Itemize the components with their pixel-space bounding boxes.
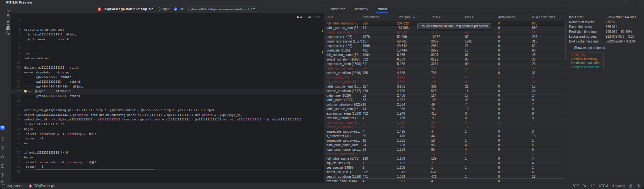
profiler-row[interactable]: set_special (1485)11.1051101: [324, 165, 566, 170]
input-radio[interactable]: [158, 7, 161, 11]
profiler-row[interactable]: full_table_name (1773)1391.179139107: [324, 156, 566, 161]
profiler-row[interactable]: func_proc_name_serv...241.28995405: [324, 147, 566, 152]
profiler-row[interactable]: as_column_alias (15...623.5531338242: [324, 80, 566, 84]
profiler-row[interactable]: expression_elem (1589)4021.948413308: [324, 111, 566, 116]
profiler-row[interactable]: func_proc_name_data...241.29895405: [324, 143, 566, 147]
error-stripe-mark[interactable]: [322, 30, 323, 32]
code-line[interactable]: 1: [11, 18, 324, 23]
profiler-row[interactable]: execute_parameter (1...41.75811403: [324, 116, 566, 120]
profiler-row[interactable]: aggregate_windowed...181.33118101: [324, 138, 566, 143]
code-line[interactable]: 4 @p_vipa1111111111111 dtint,: [11, 32, 324, 37]
profiler-row[interactable]: if_statement (31)351.476441015: [324, 134, 566, 138]
profiler-row[interactable]: table_name (1777)332.2521992109: [324, 98, 566, 102]
col-total-k[interactable]: Total k: [431, 15, 465, 19]
problems-tool-icon[interactable]: [0, 173, 5, 177]
code-line[interactable]: 30begin: [11, 155, 324, 160]
scroll-to-source-icon[interactable]: [6, 18, 10, 22]
profiler-row[interactable]: execute_body (1904)41.0614101: [324, 179, 566, 182]
code-line[interactable]: 5 @p_tblname dtchar32: [11, 37, 324, 42]
col-time[interactable]: Time (ms): [397, 15, 431, 19]
code-line[interactable]: 21select @a4444444444444444 = paravalue …: [11, 113, 324, 118]
profiler-row[interactable]: expression (1495)197852.99910982970237: [324, 35, 566, 39]
code-editor[interactable]: 123create proc up_com_test4 @p_vipa11111…: [11, 13, 324, 183]
profiler-row[interactable]: search_condition (15...31.6105814112: [324, 125, 566, 129]
hierarchy-view-icon[interactable]: [6, 31, 10, 35]
unlocked-icon[interactable]: [629, 184, 632, 188]
table-vertical-scrollbar[interactable]: [565, 22, 566, 61]
code-line[interactable]: 12—— —— @sysdate dtdate,: [11, 70, 324, 75]
col-ambiguities[interactable]: Ambiguities: [498, 15, 532, 19]
profiler-row[interactable]: table_source_item_j...744.67922812248: [324, 66, 566, 71]
antlr-tool-icon[interactable]: A: [0, 146, 5, 150]
code-line[interactable]: 16—— @vipid dtchar32,: [11, 89, 324, 94]
code-line[interactable]: 23if @a333333333333 !='0': [11, 122, 324, 127]
profiler-row[interactable]: select_list (1581)6321.073632106: [324, 170, 566, 175]
profiler-row[interactable]: execute_statement (2...21.23225815: [324, 152, 566, 156]
profiler-row[interactable]: expression_elem (1590)6115.266321199026: [324, 62, 566, 66]
hide-panel-icon[interactable]: [631, 3, 634, 3]
code-line[interactable]: 28: [11, 146, 324, 151]
editor-horizontal-scrollbar[interactable]: [24, 169, 320, 170]
table-horizontal-scrollbar[interactable]: [325, 178, 564, 179]
col-dfa-cache-miss[interactable]: DFA cache miss: [532, 15, 566, 19]
code-line[interactable]: 15—— —— @a4444444444444444 dtint,: [11, 84, 324, 89]
highlighting-off-icon[interactable]: [583, 184, 587, 188]
code-line[interactable]: 14—— —— @a333333333333 dtkind,: [11, 80, 324, 84]
code-line[interactable]: 29if @vipa333333333333 !='0': [11, 150, 324, 155]
code-line[interactable]: 2: [11, 23, 324, 28]
profiler-row[interactable]: full_column_name (17...10948.63583019704…: [324, 53, 566, 57]
profiler-row[interactable]: table_source_item (15...141.959741708: [324, 107, 566, 111]
more-options-icon[interactable]: [625, 1, 626, 4]
input-radio-label[interactable]: Input: [162, 7, 169, 11]
caret-position[interactable]: 30:7: [573, 184, 579, 188]
profiler-row[interactable]: search_condition (1517)4702.78652511030: [324, 89, 566, 93]
breadcrumb-project[interactable]: tsql-parser: [7, 184, 23, 188]
code-line[interactable]: 11declare @a1111111111111 dtint,: [11, 65, 324, 70]
file-path-field[interactable]: [188, 6, 257, 12]
profiler-row[interactable]: table_source_item (15...1273.17138121013: [324, 84, 566, 89]
code-line[interactable]: 19: [11, 103, 324, 108]
warnings-counter[interactable]: 2: [297, 15, 302, 18]
folder-icon[interactable]: [251, 8, 255, 11]
col-max-k[interactable]: Max k: [465, 15, 498, 19]
profiler-row[interactable]: search_condition (1519)7354.1587351031: [324, 71, 566, 75]
antlr-preview-tool-icon[interactable]: [0, 126, 5, 130]
profiler-row[interactable]: data_type (1829)322.48811417014: [324, 93, 566, 98]
profiler-row[interactable]: sql_clauses (12)71.1227104: [324, 161, 566, 165]
tab-profiler[interactable]: Profiler: [376, 5, 387, 13]
code-line[interactable]: 8 as: [11, 51, 324, 56]
profiler-row[interactable]: aggregate_windowed...41.4954103: [324, 129, 566, 134]
profiler-row[interactable]: query_specification (1...7662.8491138454…: [324, 30, 566, 35]
code-line[interactable]: 24begin: [11, 127, 324, 132]
prev-problem-icon[interactable]: [313, 16, 316, 18]
col-invocations[interactable]: Invocations: [363, 15, 397, 19]
terminal-tool-icon[interactable]: [0, 164, 5, 168]
tab-parse-tree[interactable]: Parse tree: [330, 5, 345, 13]
indent-selector[interactable]: 4 spaces: [612, 184, 625, 188]
show-expert-columns-row[interactable]: Show expert columns: [569, 45, 644, 50]
profiler-row[interactable]: predicate (1525)46113.444292717080: [324, 48, 566, 53]
code-line[interactable]: 31 select errorcode = -1, errormsg = '准备…: [11, 160, 324, 165]
line-ending-selector[interactable]: LF: [591, 184, 595, 188]
inspections-widget[interactable]: 2 23: [297, 15, 320, 18]
code-line[interactable]: 26 return -1: [11, 136, 324, 141]
code-line[interactable]: 22select @vipid = vipid,@vipa33333333333…: [11, 117, 324, 122]
checks-counter[interactable]: 23: [304, 15, 311, 18]
col-rule[interactable]: Rule: [327, 15, 363, 19]
profiler-mode-icon[interactable]: [6, 26, 10, 30]
code-line[interactable]: 3create proc up_com_test: [11, 27, 324, 32]
profiler-row[interactable]: column_definition (1421)182.06449707: [324, 102, 566, 107]
code-line[interactable]: 27end: [11, 141, 324, 146]
profiler-row[interactable]: join_part (1547)73.94178919: [324, 75, 566, 80]
code-line[interactable]: 18: [11, 99, 324, 103]
code-line[interactable]: 17—— —— @vipa333333333333 dtkind: [11, 94, 324, 99]
code-line[interactable]: 25 select errorcode = -1, errormsg = '执行…: [11, 132, 324, 137]
profiler-row[interactable]: full_column_name (1...51.72016517: [324, 120, 566, 125]
expert-columns-label[interactable]: Show expert columns: [574, 46, 605, 50]
code-line[interactable]: 6: [11, 42, 324, 46]
file-radio-label[interactable]: File: [178, 7, 184, 11]
error-stripe-mark[interactable]: [322, 51, 323, 53]
code-line[interactable]: 20exec nb_com_getsysconfig @a11111111111…: [11, 108, 324, 113]
code-line[interactable]: 9set nocount on: [11, 56, 324, 61]
profiler-row[interactable]: query_expression (1527)11748.76120621910…: [324, 39, 566, 44]
